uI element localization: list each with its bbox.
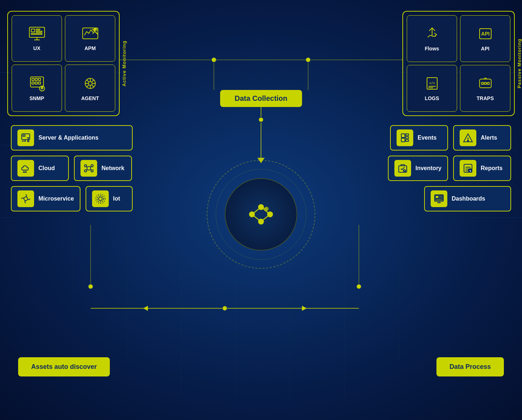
svg-line-62	[86, 79, 88, 82]
svg-point-57	[88, 82, 92, 85]
agent-card[interactable]: AGENT	[65, 65, 115, 112]
alerts-icon-box	[460, 129, 476, 146]
data-process-label: Data Process	[450, 363, 491, 370]
iot-icon-box	[92, 190, 109, 207]
right-items: Events Alerts	[388, 125, 511, 211]
api-icon: API	[477, 26, 493, 44]
assets-autodiscover-label: Assets auto discover	[31, 363, 97, 370]
svg-rect-34	[31, 29, 35, 32]
svg-point-97	[97, 195, 104, 202]
server-icon-box	[17, 129, 34, 146]
svg-rect-77	[23, 135, 25, 136]
api-card[interactable]: API API	[460, 15, 510, 62]
cloud-network-row: Cloud Network	[11, 156, 133, 181]
dashboards-icon-box	[431, 190, 447, 207]
svg-rect-48	[38, 78, 41, 81]
dashboards-label: Dashboards	[452, 195, 485, 202]
data-process-box: Data Process	[436, 357, 504, 376]
inventory-label: Inventory	[415, 165, 442, 172]
svg-point-82	[28, 140, 29, 142]
network-label: Network	[102, 165, 124, 172]
svg-point-89	[84, 170, 87, 172]
svg-line-92	[91, 166, 91, 167]
svg-point-88	[91, 165, 93, 167]
dashboards-item[interactable]: Dashboards	[424, 186, 511, 211]
flows-label: Flows	[425, 46, 439, 52]
events-alerts-row: Events Alerts	[390, 125, 511, 151]
snmp-card[interactable]: SNMP	[12, 65, 62, 112]
ux-card[interactable]: UX	[12, 15, 62, 62]
svg-rect-49	[32, 82, 34, 84]
data-collection-box: Data Collection	[220, 90, 302, 107]
svg-rect-51	[38, 82, 41, 84]
flows-card[interactable]: Flows	[407, 15, 457, 62]
data-process-label-box: Data Process	[436, 357, 504, 376]
main-content: Active Monitoring UX	[0, 0, 522, 420]
microservice-icon-box	[17, 190, 34, 207]
svg-rect-118	[435, 195, 439, 198]
svg-rect-103	[406, 140, 409, 141]
svg-point-95	[24, 197, 28, 201]
passive-monitoring-box: Passive Monitoring Flows API API	[402, 11, 515, 116]
svg-line-94	[91, 169, 91, 170]
svg-point-86	[87, 166, 91, 170]
network-item[interactable]: Network	[74, 156, 132, 181]
events-item[interactable]: Events	[390, 125, 448, 151]
svg-line-63	[92, 85, 94, 87]
inventory-reports-row: Inventory Reports	[388, 156, 511, 181]
svg-point-73	[481, 82, 484, 85]
microservice-iot-row: Microservice Iot	[11, 186, 133, 211]
server-applications-item[interactable]: Server & Applications	[11, 125, 133, 151]
iot-item[interactable]: Iot	[86, 186, 133, 211]
apm-icon	[82, 26, 99, 43]
svg-rect-120	[439, 197, 443, 198]
svg-rect-121	[435, 199, 443, 200]
svg-line-91	[87, 166, 87, 167]
ux-icon	[28, 26, 46, 43]
iot-label: Iot	[113, 195, 120, 202]
cloud-item[interactable]: Cloud	[11, 156, 69, 181]
agent-icon	[82, 75, 98, 93]
events-label: Events	[418, 135, 436, 141]
ux-label: UX	[33, 45, 40, 51]
events-icon-box	[397, 129, 413, 146]
assets-autodiscover-label-box: Assets auto discover	[18, 357, 110, 376]
inventory-icon-box	[394, 160, 411, 177]
apm-card[interactable]: APM	[65, 15, 115, 62]
assets-autodiscover-box: Assets auto discover	[18, 357, 110, 376]
alerts-item[interactable]: Alerts	[453, 125, 511, 151]
inventory-item[interactable]: Inventory	[388, 156, 448, 181]
data-collection-label: Data Collection	[235, 94, 287, 102]
agent-label: AGENT	[81, 95, 99, 101]
alerts-label: Alerts	[481, 135, 497, 141]
logs-card[interactable]: </> LOGS	[407, 65, 457, 112]
svg-point-106	[468, 140, 469, 141]
svg-line-64	[92, 79, 94, 82]
svg-point-75	[487, 82, 489, 85]
server-applications-label: Server & Applications	[38, 135, 99, 141]
reports-label: Reports	[481, 165, 502, 172]
reports-item[interactable]: Reports	[453, 156, 511, 181]
svg-rect-100	[401, 138, 405, 142]
active-monitoring-label: Active Monitoring	[121, 41, 127, 87]
center-circle-mid	[216, 169, 306, 260]
traps-card[interactable]: TRAPS	[460, 65, 510, 112]
active-monitoring-box: Active Monitoring UX	[7, 11, 120, 116]
microservice-label: Microservice	[38, 195, 74, 202]
traps-label: TRAPS	[477, 95, 494, 101]
apm-label: APM	[84, 45, 96, 51]
passive-monitoring-label: Passive Monitoring	[517, 38, 522, 88]
svg-rect-46	[32, 78, 34, 81]
cloud-icon-box	[17, 160, 34, 177]
svg-rect-35	[36, 29, 40, 30]
logs-icon: </>	[424, 75, 440, 93]
svg-line-65	[86, 85, 88, 87]
svg-rect-101	[406, 134, 409, 136]
snmp-label: SNMP	[29, 95, 44, 101]
svg-text:</>: </>	[429, 81, 435, 85]
flows-icon	[424, 26, 440, 44]
snmp-icon	[29, 75, 45, 93]
microservice-item[interactable]: Microservice	[11, 186, 80, 211]
svg-line-129	[252, 207, 261, 214]
svg-point-74	[484, 82, 486, 85]
